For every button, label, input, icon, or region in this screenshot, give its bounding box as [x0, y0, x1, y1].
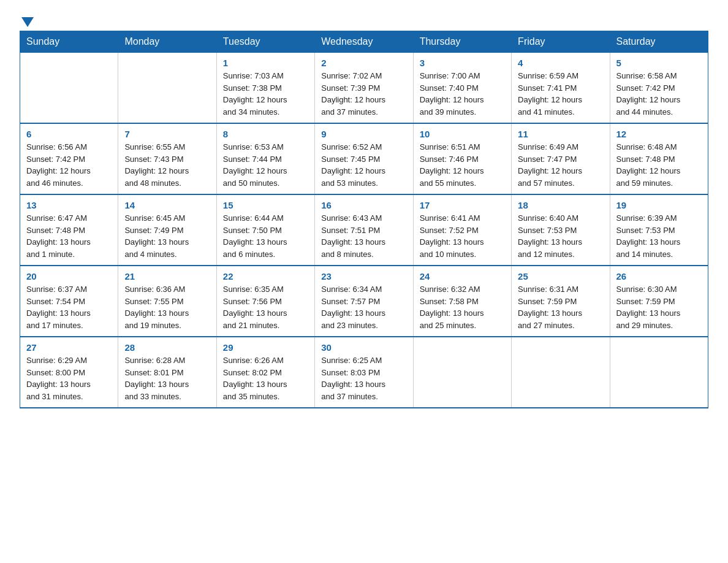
weekday-header-sunday: Sunday: [20, 31, 118, 53]
day-info: Sunrise: 7:02 AM Sunset: 7:39 PM Dayligh…: [321, 70, 406, 118]
day-number: 13: [26, 200, 112, 210]
calendar-cell: 3Sunrise: 7:00 AM Sunset: 7:40 PM Daylig…: [413, 53, 511, 124]
day-number: 22: [223, 271, 308, 282]
day-number: 8: [223, 129, 308, 139]
day-number: 25: [518, 271, 603, 282]
calendar-table: SundayMondayTuesdayWednesdayThursdayFrid…: [20, 31, 708, 408]
day-number: 28: [124, 342, 210, 353]
logo-general: [20, 15, 34, 27]
calendar-cell: 22Sunrise: 6:35 AM Sunset: 7:56 PM Dayli…: [216, 266, 314, 337]
day-number: 24: [420, 271, 505, 282]
calendar-cell: 13Sunrise: 6:47 AM Sunset: 7:48 PM Dayli…: [20, 194, 118, 266]
day-info: Sunrise: 6:36 AM Sunset: 7:55 PM Dayligh…: [124, 283, 210, 331]
day-info: Sunrise: 6:32 AM Sunset: 7:58 PM Dayligh…: [420, 283, 505, 331]
day-number: 27: [26, 342, 112, 353]
day-info: Sunrise: 6:28 AM Sunset: 8:01 PM Dayligh…: [124, 354, 210, 402]
day-number: 11: [518, 129, 603, 139]
calendar-cell: 27Sunrise: 6:29 AM Sunset: 8:00 PM Dayli…: [20, 337, 118, 408]
calendar-cell: 15Sunrise: 6:44 AM Sunset: 7:50 PM Dayli…: [216, 194, 314, 266]
day-number: 5: [616, 58, 702, 68]
calendar-cell: 12Sunrise: 6:48 AM Sunset: 7:48 PM Dayli…: [610, 123, 708, 194]
day-number: 1: [223, 58, 308, 68]
day-number: 17: [420, 200, 505, 210]
day-info: Sunrise: 6:43 AM Sunset: 7:51 PM Dayligh…: [321, 212, 406, 260]
calendar-cell: 9Sunrise: 6:52 AM Sunset: 7:45 PM Daylig…: [315, 123, 413, 194]
day-number: 30: [321, 342, 406, 353]
day-info: Sunrise: 6:41 AM Sunset: 7:52 PM Dayligh…: [420, 212, 505, 260]
day-info: Sunrise: 6:59 AM Sunset: 7:41 PM Dayligh…: [518, 70, 603, 118]
calendar-cell: 25Sunrise: 6:31 AM Sunset: 7:59 PM Dayli…: [512, 266, 610, 337]
day-info: Sunrise: 7:03 AM Sunset: 7:38 PM Dayligh…: [223, 70, 308, 118]
calendar-cell: 26Sunrise: 6:30 AM Sunset: 7:59 PM Dayli…: [610, 266, 708, 337]
calendar-cell: 6Sunrise: 6:56 AM Sunset: 7:42 PM Daylig…: [20, 123, 118, 194]
calendar-cell: 4Sunrise: 6:59 AM Sunset: 7:41 PM Daylig…: [512, 53, 610, 124]
day-number: 6: [26, 129, 112, 139]
calendar-cell: 24Sunrise: 6:32 AM Sunset: 7:58 PM Dayli…: [413, 266, 511, 337]
day-info: Sunrise: 6:49 AM Sunset: 7:47 PM Dayligh…: [518, 141, 603, 189]
calendar-week-4: 20Sunrise: 6:37 AM Sunset: 7:54 PM Dayli…: [20, 266, 708, 337]
day-info: Sunrise: 6:37 AM Sunset: 7:54 PM Dayligh…: [26, 283, 112, 331]
day-info: Sunrise: 6:52 AM Sunset: 7:45 PM Dayligh…: [321, 141, 406, 189]
weekday-header-friday: Friday: [512, 31, 610, 53]
day-info: Sunrise: 6:26 AM Sunset: 8:02 PM Dayligh…: [223, 354, 308, 402]
calendar-cell: 14Sunrise: 6:45 AM Sunset: 7:49 PM Dayli…: [118, 194, 216, 266]
day-number: 16: [321, 200, 406, 210]
day-info: Sunrise: 6:29 AM Sunset: 8:00 PM Dayligh…: [26, 354, 112, 402]
calendar-header: SundayMondayTuesdayWednesdayThursdayFrid…: [20, 31, 708, 53]
weekday-header-thursday: Thursday: [413, 31, 511, 53]
day-info: Sunrise: 6:44 AM Sunset: 7:50 PM Dayligh…: [223, 212, 308, 260]
day-info: Sunrise: 6:47 AM Sunset: 7:48 PM Dayligh…: [26, 212, 112, 260]
calendar-cell: 28Sunrise: 6:28 AM Sunset: 8:01 PM Dayli…: [118, 337, 216, 408]
calendar-week-2: 6Sunrise: 6:56 AM Sunset: 7:42 PM Daylig…: [20, 123, 708, 194]
calendar-body: 1Sunrise: 7:03 AM Sunset: 7:38 PM Daylig…: [20, 53, 708, 408]
day-number: 19: [616, 200, 702, 210]
calendar-cell: 23Sunrise: 6:34 AM Sunset: 7:57 PM Dayli…: [315, 266, 413, 337]
day-info: Sunrise: 6:51 AM Sunset: 7:46 PM Dayligh…: [420, 141, 505, 189]
day-number: 20: [26, 271, 112, 282]
day-number: 3: [420, 58, 505, 68]
day-info: Sunrise: 6:45 AM Sunset: 7:49 PM Dayligh…: [124, 212, 210, 260]
weekday-header-monday: Monday: [118, 31, 216, 53]
day-number: 15: [223, 200, 308, 210]
logo-arrow-icon: [21, 17, 34, 27]
calendar-cell: 19Sunrise: 6:39 AM Sunset: 7:53 PM Dayli…: [610, 194, 708, 266]
calendar-cell: 2Sunrise: 7:02 AM Sunset: 7:39 PM Daylig…: [315, 53, 413, 124]
calendar-cell: [20, 53, 118, 124]
calendar-week-5: 27Sunrise: 6:29 AM Sunset: 8:00 PM Dayli…: [20, 337, 708, 408]
day-number: 23: [321, 271, 406, 282]
weekday-header-tuesday: Tuesday: [216, 31, 314, 53]
day-info: Sunrise: 6:53 AM Sunset: 7:44 PM Dayligh…: [223, 141, 308, 189]
calendar-cell: [413, 337, 511, 408]
calendar-cell: 20Sunrise: 6:37 AM Sunset: 7:54 PM Dayli…: [20, 266, 118, 337]
page-header: [20, 15, 708, 26]
day-info: Sunrise: 6:30 AM Sunset: 7:59 PM Dayligh…: [616, 283, 702, 331]
calendar-week-1: 1Sunrise: 7:03 AM Sunset: 7:38 PM Daylig…: [20, 53, 708, 124]
day-info: Sunrise: 6:58 AM Sunset: 7:42 PM Dayligh…: [616, 70, 702, 118]
calendar-cell: 30Sunrise: 6:25 AM Sunset: 8:03 PM Dayli…: [315, 337, 413, 408]
day-info: Sunrise: 6:25 AM Sunset: 8:03 PM Dayligh…: [321, 354, 406, 402]
calendar-cell: 5Sunrise: 6:58 AM Sunset: 7:42 PM Daylig…: [610, 53, 708, 124]
calendar-cell: 21Sunrise: 6:36 AM Sunset: 7:55 PM Dayli…: [118, 266, 216, 337]
day-number: 7: [124, 129, 210, 139]
day-info: Sunrise: 6:39 AM Sunset: 7:53 PM Dayligh…: [616, 212, 702, 260]
day-number: 14: [124, 200, 210, 210]
day-number: 29: [223, 342, 308, 353]
weekday-header-wednesday: Wednesday: [315, 31, 413, 53]
calendar-cell: 10Sunrise: 6:51 AM Sunset: 7:46 PM Dayli…: [413, 123, 511, 194]
calendar-cell: 16Sunrise: 6:43 AM Sunset: 7:51 PM Dayli…: [315, 194, 413, 266]
day-info: Sunrise: 6:35 AM Sunset: 7:56 PM Dayligh…: [223, 283, 308, 331]
day-info: Sunrise: 6:55 AM Sunset: 7:43 PM Dayligh…: [124, 141, 210, 189]
calendar-cell: 11Sunrise: 6:49 AM Sunset: 7:47 PM Dayli…: [512, 123, 610, 194]
day-info: Sunrise: 6:34 AM Sunset: 7:57 PM Dayligh…: [321, 283, 406, 331]
logo: [20, 15, 34, 26]
day-info: Sunrise: 6:56 AM Sunset: 7:42 PM Dayligh…: [26, 141, 112, 189]
day-info: Sunrise: 7:00 AM Sunset: 7:40 PM Dayligh…: [420, 70, 505, 118]
calendar-cell: [512, 337, 610, 408]
day-info: Sunrise: 6:48 AM Sunset: 7:48 PM Dayligh…: [616, 141, 702, 189]
day-number: 12: [616, 129, 702, 139]
day-number: 2: [321, 58, 406, 68]
calendar-cell: 1Sunrise: 7:03 AM Sunset: 7:38 PM Daylig…: [216, 53, 314, 124]
calendar-cell: [610, 337, 708, 408]
day-number: 26: [616, 271, 702, 282]
calendar-cell: 8Sunrise: 6:53 AM Sunset: 7:44 PM Daylig…: [216, 123, 314, 194]
